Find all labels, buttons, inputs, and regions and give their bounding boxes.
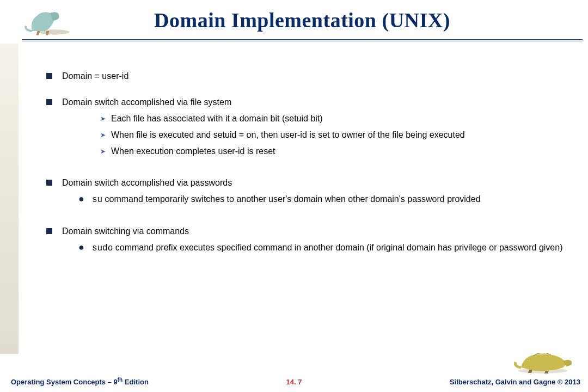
sub-bullets: ➤ Each file has associated with it a dom… [100,113,569,157]
dinosaur-logo-bottom [513,345,578,375]
sub-bullet: ● sudo command prefix executes specified… [78,242,569,254]
bullet-domain-userid: Domain = user-id [46,71,569,82]
bullet-text: Domain = user-id [62,71,569,82]
sub-bullet-text: sudo command prefix executes specified c… [92,242,569,254]
sub-bullet-rest: command prefix executes specified comman… [113,243,562,252]
slide-footer: Operating System Concepts – 9th Edition … [0,376,588,388]
sub-bullet: ➤ When file is executed and setuid = on,… [100,130,569,140]
arrow-bullet-icon: ➤ [100,115,106,124]
sub-bullet: ➤ Each file has associated with it a dom… [100,113,569,124]
square-bullet-icon [46,228,52,234]
sub-bullet-rest: command temporarily switches to another … [102,194,480,204]
slide-content: Domain = user-id Domain switch accomplis… [46,71,569,267]
sub-bullet-text: Each file has associated with it a domai… [111,113,569,124]
dot-bullet-icon: ● [78,195,84,205]
sub-bullets: ● sudo command prefix executes specified… [78,242,569,254]
sub-bullet-text: su command temporarily switches to anoth… [92,194,569,205]
slide-title: Domain Implementation (UNIX) [22,8,583,32]
footer-copyright: Silberschatz, Galvin and Gagne © 2013 [450,378,580,386]
slide-header: Domain Implementation (UNIX) [22,8,583,32]
arrow-bullet-icon: ➤ [100,148,106,157]
sub-bullet: ➤ When execution completes user-id is re… [100,146,569,157]
square-bullet-icon [46,99,52,105]
dot-bullet-icon: ● [78,243,84,254]
title-rule-shadow [22,41,583,41]
arrow-bullet-icon: ➤ [100,131,106,140]
square-bullet-icon [46,73,52,79]
bullet-text: Domain switch accomplished via file syst… [62,97,231,107]
title-rule [22,39,583,40]
sub-bullet-text: When file is executed and setuid = on, t… [111,130,569,140]
bullet-switch-passwords: Domain switch accomplished via passwords… [46,177,569,211]
square-bullet-icon [46,180,52,186]
left-decorative-band [0,44,19,354]
code-sudo: sudo [92,243,113,253]
bullet-switch-commands: Domain switching via commands ● sudo com… [46,226,569,259]
code-su: su [92,195,102,205]
sub-bullet: ● su command temporarily switches to ano… [78,194,569,205]
bullet-switch-filesystem: Domain switch accomplished via file syst… [46,97,569,162]
sub-bullets: ● su command temporarily switches to ano… [78,194,569,205]
sub-bullet-text: When execution completes user-id is rese… [111,146,569,157]
bullet-text: Domain switching via commands [62,226,189,236]
bullet-text: Domain switch accomplished via passwords [62,178,232,187]
